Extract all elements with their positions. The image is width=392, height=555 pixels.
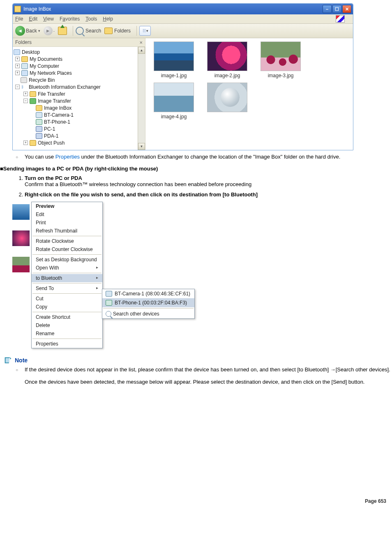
menu-item-rename[interactable]: Rename <box>32 329 102 338</box>
menu-favorites[interactable]: Favorites <box>60 16 80 22</box>
expand-icon[interactable]: + <box>15 71 20 75</box>
tree-scrollbar[interactable]: ▲ ▼ <box>138 47 145 150</box>
list-item: Turn on the PC or PDA Confirm that a Blu… <box>25 175 392 187</box>
expand-icon[interactable]: + <box>23 140 28 145</box>
thumbnail-item[interactable] <box>201 83 254 120</box>
collapse-icon[interactable]: − <box>15 85 20 89</box>
thumbnail-item[interactable]: image-4.jpg <box>147 83 201 120</box>
folders-button[interactable]: Folders <box>104 28 131 34</box>
tree-inbox[interactable]: Image InBox <box>44 105 71 111</box>
tree-objpush[interactable]: Object Push <box>38 140 65 146</box>
menu-item-copy[interactable]: Copy <box>32 303 102 311</box>
menu-item-rotatecw[interactable]: Rotate Clockwise <box>32 237 102 245</box>
forward-button[interactable]: ► - <box>44 26 55 35</box>
menu-item-edit[interactable]: Edit <box>32 210 102 219</box>
thumbnail-image <box>261 41 301 71</box>
menu-edit[interactable]: Edit <box>29 16 37 22</box>
camera-icon <box>106 291 112 297</box>
menu-item-sendto[interactable]: Send To <box>32 284 102 292</box>
forward-icon: ► <box>44 26 53 35</box>
context-menu: Preview Edit Print Refresh Thumbnail Rot… <box>31 202 103 348</box>
thumbnail-image <box>207 41 247 71</box>
menu-item-shortcut[interactable]: Create Shortcut <box>32 313 102 321</box>
minimize-button[interactable]: – <box>323 5 332 13</box>
menu-item-rotateccw[interactable]: Rotate Counter Clockwise <box>32 245 102 253</box>
thumbnail-strip <box>12 202 31 348</box>
menu-item-openwith[interactable]: Open With <box>32 264 102 272</box>
tree-bie[interactable]: Bluetooth Information Exchanger <box>29 84 101 90</box>
expand-icon[interactable]: + <box>15 57 20 61</box>
properties-link[interactable]: Properties <box>55 154 80 160</box>
note-heading: Note <box>3 356 391 365</box>
menu-item-cut[interactable]: Cut <box>32 295 102 303</box>
menu-item-preview[interactable]: Preview <box>32 202 102 210</box>
menu-view[interactable]: View <box>43 16 54 22</box>
explorer-window: Image InBox – ☐ ✕ File Edit View Favorit… <box>12 3 353 150</box>
app-icon <box>14 6 21 12</box>
tree-filetr[interactable]: File Transfer <box>38 91 65 97</box>
collapse-icon[interactable]: − <box>23 99 28 103</box>
menu-help[interactable]: Help <box>103 16 113 22</box>
windows-flag-icon <box>336 15 345 23</box>
folder-icon <box>21 56 28 62</box>
search-icon <box>76 27 84 35</box>
tree-mycomp[interactable]: My Computer <box>30 63 59 69</box>
note-list: If the desired device does not appear in… <box>25 366 392 385</box>
folders-pane-close-icon[interactable]: × <box>139 39 143 46</box>
menu-file[interactable]: File <box>15 16 23 22</box>
search-button[interactable]: Search <box>76 27 101 35</box>
thumbnail-item[interactable]: image-1.jpg <box>147 41 201 78</box>
submenu-item-search[interactable]: Search other devices <box>102 309 194 318</box>
note-icon <box>3 356 12 365</box>
camera-icon <box>36 112 42 118</box>
menu-tools[interactable]: Tools <box>85 16 97 22</box>
tree-mydocs[interactable]: My Documents <box>30 56 62 62</box>
step-body: Confirm that a Bluetooth™ wireless techn… <box>25 181 251 187</box>
mini-thumb <box>12 230 30 246</box>
folder-icon <box>104 28 113 34</box>
tree-pc1[interactable]: PC-1 <box>44 126 55 132</box>
tree-pda1[interactable]: PDA-1 <box>44 133 58 139</box>
back-button[interactable]: ◄ Back ▾ <box>15 26 40 36</box>
tree-desktop[interactable]: Desktop <box>22 49 40 55</box>
bluetooth-submenu: BT-Camera-1 (08:00:46:3E:CF:61) BT-Phone… <box>102 289 195 319</box>
menu-item-properties[interactable]: Properties <box>32 340 102 348</box>
menu-item-refresh[interactable]: Refresh Thumbnail <box>32 227 102 235</box>
thumbnail-caption: image-2.jpg <box>201 73 254 78</box>
step-title: Turn on the PC or PDA <box>25 175 82 181</box>
mini-thumb <box>12 257 30 272</box>
scroll-down-icon[interactable]: ▼ <box>138 143 145 150</box>
thumbnail-item[interactable]: image-3.jpg <box>254 41 307 78</box>
menu-item-tobluetooth[interactable]: to Bluetooth <box>32 274 102 282</box>
step-title: Right-click on the file you wish to send… <box>25 191 258 198</box>
views-button[interactable]: ☷ <box>139 26 151 36</box>
submenu-item-phone[interactable]: BT-Phone-1 (00:03:2F:04:BA:F3) <box>102 298 194 307</box>
expand-icon[interactable]: + <box>15 64 20 68</box>
expand-icon[interactable]: + <box>23 92 28 96</box>
up-button[interactable] <box>58 27 67 35</box>
tree-imgtr[interactable]: Image Transfer <box>38 98 71 104</box>
pda-icon <box>36 133 42 139</box>
tree-mynet[interactable]: My Network Places <box>30 70 72 76</box>
menu-item-print[interactable]: Print <box>32 219 102 227</box>
context-menu-figure: Preview Edit Print Refresh Thumbnail Rot… <box>12 202 392 348</box>
tree-btphone[interactable]: BT-Phone-1 <box>44 119 70 125</box>
submenu-item-camera[interactable]: BT-Camera-1 (08:00:46:3E:CF:61) <box>102 289 194 298</box>
maximize-button[interactable]: ☐ <box>332 5 341 13</box>
search-icon <box>106 311 111 317</box>
thumbnail-item[interactable]: image-2.jpg <box>201 41 254 78</box>
thumbnail-image <box>154 41 194 71</box>
menu-item-delete[interactable]: Delete <box>32 321 102 329</box>
tree-recycle[interactable]: Recycle Bin <box>29 77 55 83</box>
toolbar: ◄ Back ▾ ► - Search Folders ☷ <box>13 24 353 38</box>
back-icon: ◄ <box>15 26 25 36</box>
menu-item-setbg[interactable]: Set as Desktop Background <box>32 256 102 264</box>
thumbnail-area: image-1.jpg image-2.jpg image-3.jpg imag… <box>145 38 353 150</box>
tree-btcam[interactable]: BT-Camera-1 <box>44 112 74 118</box>
up-folder-icon <box>58 27 67 35</box>
scroll-up-icon[interactable]: ▲ <box>138 47 145 54</box>
close-button[interactable]: ✕ <box>342 5 351 13</box>
thumbnail-caption: image-4.jpg <box>147 114 201 120</box>
note-label: Note <box>15 357 28 364</box>
thumbnail-caption: image-3.jpg <box>254 73 307 78</box>
